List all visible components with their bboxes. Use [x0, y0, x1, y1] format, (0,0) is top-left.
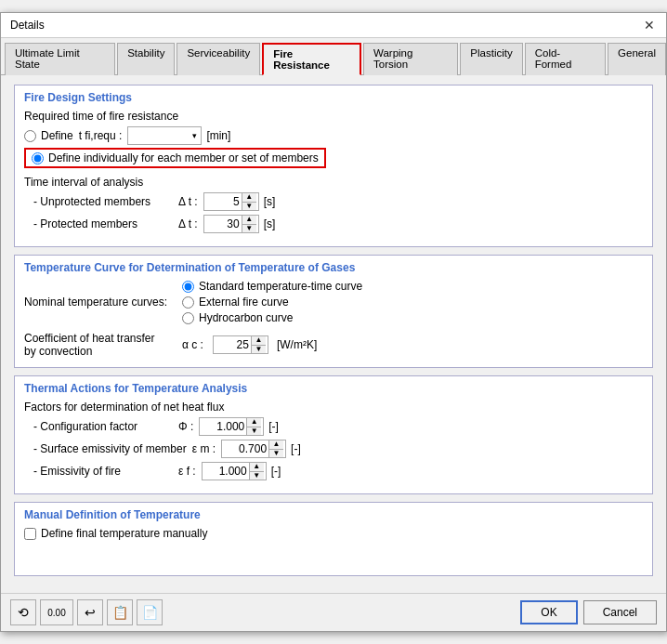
icon-btn-1[interactable]: ⟲: [10, 599, 36, 625]
spinbox-arrows-protected: ▲ ▼: [242, 216, 256, 232]
surface-down-arrow[interactable]: ▼: [269, 450, 283, 458]
define-radio[interactable]: [24, 130, 36, 142]
bottom-icons: ⟲ 0.00 ↩ 📋 📄: [10, 599, 163, 625]
alpha-c-symbol: α c :: [182, 338, 203, 351]
required-time-label: Required time of fire resistance: [24, 110, 643, 123]
close-button[interactable]: ✕: [642, 19, 657, 32]
coeff-unit: [W/m²K]: [277, 338, 317, 351]
temperature-curve-section: Temperature Curve for Determination of T…: [14, 255, 653, 368]
protected-input[interactable]: [204, 216, 242, 232]
tab-fire-resistance[interactable]: Fire Resistance: [262, 43, 361, 75]
emissivity-spinbox[interactable]: ▲ ▼: [202, 462, 267, 480]
tab-cold-formed[interactable]: Cold-Formed: [525, 43, 606, 75]
config-down-arrow[interactable]: ▼: [247, 427, 261, 436]
external-curve-label: External fire curve: [199, 296, 289, 309]
config-symbol: Φ :: [178, 420, 193, 433]
temperature-radio-group: Standard temperature-time curve External…: [182, 280, 362, 324]
config-unit: [-]: [268, 420, 279, 433]
icon-btn-5[interactable]: 📄: [137, 599, 163, 625]
define-dropdown[interactable]: ▾: [127, 126, 202, 145]
bottom-actions: OK Cancel: [520, 600, 657, 624]
spinbox-arrows-coeff: ▲ ▼: [251, 336, 266, 353]
define-label: Define: [41, 129, 73, 142]
surface-symbol: ε m :: [192, 442, 216, 455]
tabs-bar: Ultimate Limit State Stability Serviceab…: [1, 38, 666, 75]
protected-spinbox[interactable]: ▲ ▼: [203, 215, 259, 233]
unprotected-spinbox[interactable]: ▲ ▼: [203, 192, 259, 211]
cancel-button[interactable]: Cancel: [583, 600, 657, 624]
coeff-down-arrow[interactable]: ▼: [252, 346, 266, 354]
coeff-spinbox[interactable]: ▲ ▼: [213, 335, 268, 354]
icon-btn-2[interactable]: 0.00: [40, 599, 73, 625]
tab-content: Fire Design Settings Required time of fi…: [1, 75, 666, 593]
unprotected-row: - Unprotected members Δ t : ▲ ▼ [s]: [24, 192, 643, 211]
external-curve-row: External fire curve: [182, 296, 362, 309]
manual-checkbox-label: Define final temperature manually: [41, 527, 207, 540]
bottom-bar: ⟲ 0.00 ↩ 📋 📄 OK Cancel: [1, 593, 666, 631]
hydrocarbon-curve-radio[interactable]: [182, 312, 194, 324]
tab-stability[interactable]: Stability: [117, 43, 175, 75]
thermal-actions-section: Thermal Actions for Temperature Analysis…: [14, 375, 653, 494]
tab-warping-torsion[interactable]: Warping Torsion: [363, 43, 458, 75]
heat-coeff-row: Coefficient of heat transfer by convecti…: [24, 332, 643, 358]
time-interval-title: Time interval of analysis: [24, 176, 643, 189]
coeff-input[interactable]: [214, 336, 251, 353]
surface-input[interactable]: [222, 440, 268, 457]
protected-label: - Protected members: [24, 217, 173, 230]
temperature-curve-title: Temperature Curve for Determination of T…: [24, 261, 643, 274]
standard-curve-radio[interactable]: [182, 281, 194, 293]
tab-uls[interactable]: Ultimate Limit State: [5, 43, 115, 75]
delta-t-symbol-unprotected: Δ t :: [178, 195, 198, 208]
spinbox-arrows-unprotected: ▲ ▼: [242, 193, 256, 210]
configuration-row: - Configuration factor Φ : ▲ ▼ [-]: [24, 417, 643, 436]
unprotected-label: - Unprotected members: [24, 195, 173, 208]
surface-label: - Surface emissivity of member: [24, 442, 187, 455]
fire-design-section: Fire Design Settings Required time of fi…: [14, 85, 653, 247]
nominal-label: Nominal temperature curves:: [24, 296, 173, 309]
emissivity-symbol: ε f :: [178, 465, 196, 478]
by-convection-label: by convection: [24, 345, 173, 358]
time-interval-block: Time interval of analysis - Unprotected …: [24, 176, 643, 233]
emissivity-input[interactable]: [203, 463, 249, 480]
dialog: Details ✕ Ultimate Limit State Stability…: [0, 12, 667, 632]
tab-plasticity[interactable]: Plasticity: [460, 43, 522, 75]
thermal-actions-title: Thermal Actions for Temperature Analysis: [24, 382, 643, 395]
coeff-label: Coefficient of heat transfer: [24, 332, 173, 345]
configuration-input[interactable]: [200, 418, 246, 435]
manual-checkbox[interactable]: [24, 528, 36, 540]
ok-button[interactable]: OK: [520, 600, 577, 624]
external-curve-radio[interactable]: [182, 296, 194, 309]
factors-label: Factors for determination of net heat fl…: [24, 401, 643, 414]
hydrocarbon-curve-label: Hydrocarbon curve: [199, 311, 293, 324]
nominal-curves-row: Nominal temperature curves: Standard tem…: [24, 280, 643, 324]
title-bar: Details ✕: [1, 13, 666, 38]
standard-curve-row: Standard temperature-time curve: [182, 280, 362, 293]
configuration-spinbox[interactable]: ▲ ▼: [199, 417, 264, 436]
protected-down-arrow[interactable]: ▼: [242, 225, 256, 233]
delta-t-symbol-protected: Δ t :: [178, 217, 198, 230]
manual-checkbox-row: Define final temperature manually: [24, 527, 643, 540]
spinbox-arrows-emissivity: ▲ ▼: [249, 463, 264, 480]
configuration-label: - Configuration factor: [24, 420, 173, 433]
spinbox-arrows-config: ▲ ▼: [246, 418, 261, 435]
surface-spinbox[interactable]: ▲ ▼: [221, 440, 286, 458]
tab-general[interactable]: General: [608, 43, 666, 75]
protected-row: - Protected members Δ t : ▲ ▼ [s]: [24, 215, 643, 233]
tab-serviceability[interactable]: Serviceability: [177, 43, 260, 75]
define-individually-highlighted: Define individually for each member or s…: [24, 148, 326, 168]
manual-definition-title: Manual Definition of Temperature: [24, 508, 643, 521]
emissivity-down-arrow[interactable]: ▼: [250, 472, 264, 480]
emissivity-unit: [-]: [271, 465, 281, 478]
icon-btn-4[interactable]: 📋: [107, 599, 133, 625]
dropdown-arrow-icon: ▾: [192, 131, 197, 140]
fire-design-title: Fire Design Settings: [24, 91, 643, 104]
unprotected-down-arrow[interactable]: ▼: [242, 203, 256, 211]
heat-transfer-labels: Coefficient of heat transfer by convecti…: [24, 332, 173, 358]
unprotected-input[interactable]: [204, 193, 242, 210]
define-individually-label: Define individually for each member or s…: [48, 151, 319, 164]
define-individually-radio[interactable]: [32, 152, 44, 164]
icon-btn-3[interactable]: ↩: [77, 599, 103, 625]
hydrocarbon-curve-row: Hydrocarbon curve: [182, 311, 362, 324]
define-row: Define t fi,requ : ▾ [min]: [24, 126, 643, 145]
heat-transfer-block: Coefficient of heat transfer by convecti…: [24, 332, 643, 358]
